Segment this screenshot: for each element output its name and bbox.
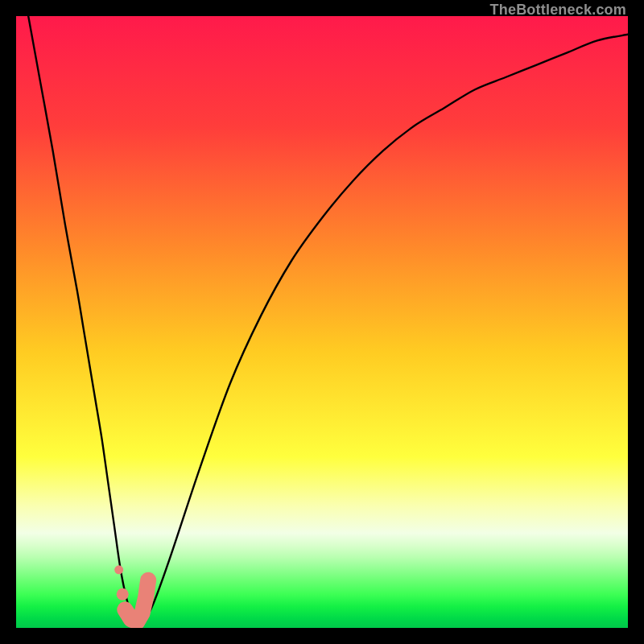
chart-svg	[16, 16, 628, 628]
plot-container	[16, 16, 628, 628]
gradient-background	[16, 16, 628, 628]
watermark-text: TheBottleneck.com	[490, 2, 626, 19]
minimum-dot	[117, 588, 129, 601]
chart-frame: TheBottleneck.com	[0, 0, 644, 644]
minimum-dot	[114, 565, 123, 574]
